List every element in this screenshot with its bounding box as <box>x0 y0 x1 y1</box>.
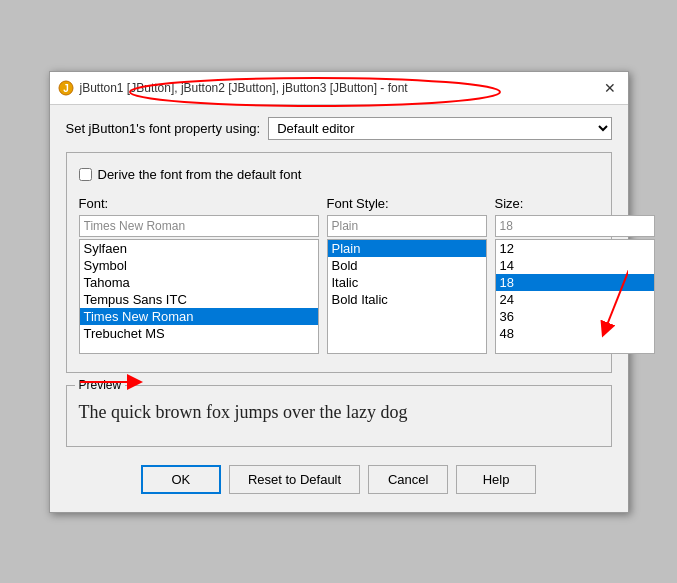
preview-text: The quick brown fox jumps over the lazy … <box>67 386 611 446</box>
preview-group: Preview The quick brown fox jumps over t… <box>66 385 612 447</box>
editor-select[interactable]: Default editor <box>268 117 611 140</box>
size-list-item[interactable]: 24 <box>496 291 654 308</box>
button-row: OK Reset to Default Cancel Help <box>66 461 612 500</box>
style-list-item[interactable]: Bold <box>328 257 486 274</box>
size-col-label: Size: <box>495 196 655 211</box>
help-button[interactable]: Help <box>456 465 536 494</box>
derive-label: Derive the font from the default font <box>98 167 302 182</box>
font-list-item[interactable]: Symbol <box>80 257 318 274</box>
style-column: Font Style: PlainBoldItalicBold Italic <box>327 196 487 354</box>
derive-row: Derive the font from the default font <box>79 167 599 182</box>
dialog-body: Set jButton1's font property using: Defa… <box>50 105 628 512</box>
ok-button[interactable]: OK <box>141 465 221 494</box>
title-bar-left: J jButton1 [JButton], jButton2 [JButton]… <box>58 80 408 96</box>
size-list-item[interactable]: 36 <box>496 308 654 325</box>
reset-button[interactable]: Reset to Default <box>229 465 360 494</box>
font-list-item[interactable]: Tempus Sans ITC <box>80 291 318 308</box>
preview-label: Preview <box>75 378 126 392</box>
font-list-item[interactable]: Trebuchet MS <box>80 325 318 342</box>
font-dialog: J jButton1 [JButton], jButton2 [JButton]… <box>49 71 629 513</box>
font-column: Font: SylfaenSymbolTahomaTempus Sans ITC… <box>79 196 319 354</box>
style-list-item[interactable]: Bold Italic <box>328 291 486 308</box>
style-col-label: Font Style: <box>327 196 487 211</box>
property-row: Set jButton1's font property using: Defa… <box>66 117 612 140</box>
font-list-item[interactable]: Tahoma <box>80 274 318 291</box>
size-list-item[interactable]: 48 <box>496 325 654 342</box>
size-input[interactable] <box>495 215 655 237</box>
size-list-item[interactable]: 14 <box>496 257 654 274</box>
font-columns: Font: SylfaenSymbolTahomaTempus Sans ITC… <box>79 196 599 354</box>
svg-text:J: J <box>63 83 69 94</box>
style-list-item[interactable]: Italic <box>328 274 486 291</box>
font-list-item[interactable]: Sylfaen <box>80 240 318 257</box>
style-list-item[interactable]: Plain <box>328 240 486 257</box>
derive-checkbox[interactable] <box>79 168 92 181</box>
style-input[interactable] <box>327 215 487 237</box>
font-list[interactable]: SylfaenSymbolTahomaTempus Sans ITCTimes … <box>79 239 319 354</box>
size-column: Size: 121418243648 <box>495 196 655 354</box>
size-list-item[interactable]: 18 <box>496 274 654 291</box>
style-list[interactable]: PlainBoldItalicBold Italic <box>327 239 487 354</box>
font-input[interactable] <box>79 215 319 237</box>
cancel-button[interactable]: Cancel <box>368 465 448 494</box>
font-group-box: Derive the font from the default font Fo… <box>66 152 612 373</box>
dialog-title: jButton1 [JButton], jButton2 [JButton], … <box>80 81 408 95</box>
font-list-item[interactable]: Times New Roman <box>80 308 318 325</box>
close-button[interactable]: ✕ <box>600 78 620 98</box>
property-label: Set jButton1's font property using: <box>66 121 261 136</box>
size-list-item[interactable]: 12 <box>496 240 654 257</box>
app-icon: J <box>58 80 74 96</box>
title-bar: J jButton1 [JButton], jButton2 [JButton]… <box>50 72 628 105</box>
size-list[interactable]: 121418243648 <box>495 239 655 354</box>
font-col-label: Font: <box>79 196 319 211</box>
